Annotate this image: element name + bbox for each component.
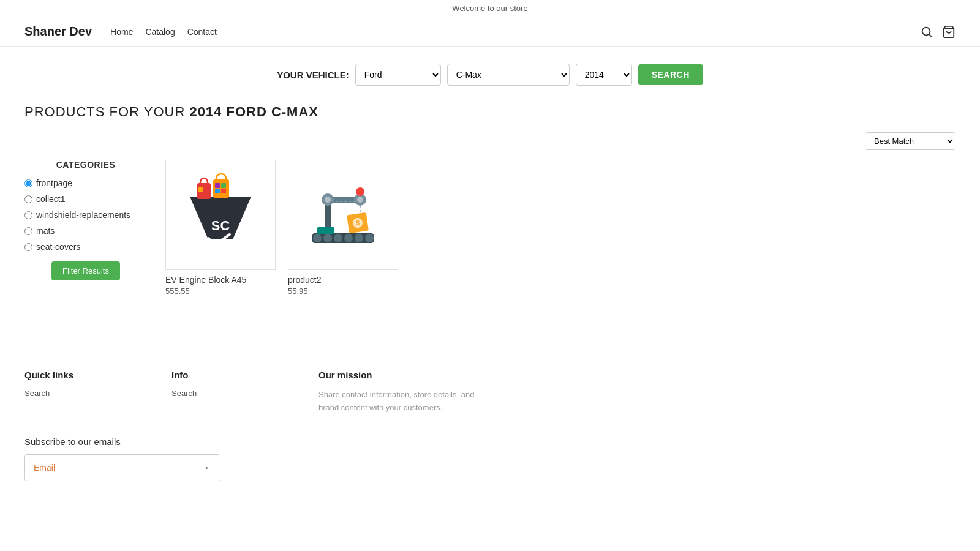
products-heading: PRODUCTS FOR YOUR 2014 FORD C-MAX: [24, 104, 956, 120]
svg-rect-7: [213, 179, 229, 198]
category-seat-covers[interactable]: seat-covers: [24, 242, 147, 252]
product-1-price: 555.55: [165, 287, 276, 296]
svg-rect-9: [221, 183, 226, 188]
search-icon[interactable]: [920, 25, 933, 39]
main-content: PRODUCTS FOR YOUR 2014 FORD C-MAX Best M…: [0, 98, 980, 320]
svg-rect-31: [317, 227, 334, 234]
heading-prefix: PRODUCTS FOR YOUR: [24, 104, 189, 119]
svg-point-15: [334, 234, 342, 242]
svg-rect-11: [221, 189, 226, 193]
footer: Quick links Search Info Search Our missi…: [0, 345, 980, 493]
svg-line-1: [929, 34, 932, 37]
nav-contact[interactable]: Contact: [187, 27, 217, 37]
footer-mission-text: Share contact information, store details…: [318, 389, 490, 414]
announcement-text: Welcome to our store: [452, 4, 527, 13]
footer-quicklinks-title: Quick links: [24, 370, 135, 380]
header-left: Shaner Dev Home Catalog Contact: [24, 24, 217, 39]
svg-point-18: [365, 234, 374, 242]
sidebar: CATEGORIES frontpage collect1 windshield…: [24, 160, 147, 280]
svg-point-22: [325, 197, 331, 203]
sort-select[interactable]: Best Match Price: Low to High Price: Hig…: [865, 132, 956, 150]
subscribe-form: →: [24, 454, 221, 481]
category-frontpage[interactable]: frontpage: [24, 178, 147, 188]
nav: Home Catalog Contact: [110, 27, 217, 37]
svg-point-24: [357, 197, 363, 203]
footer-col-info: Info Search: [172, 370, 282, 414]
footer-col-mission: Our mission Share contact information, s…: [318, 370, 490, 414]
sort-row: Best Match Price: Low to High Price: Hig…: [24, 132, 956, 150]
products-grid: SC: [165, 160, 398, 296]
categories-title: CATEGORIES: [24, 160, 147, 170]
category-windshield[interactable]: windshield-replacements: [24, 210, 147, 220]
year-select[interactable]: 2014 2015 2016 2013: [576, 64, 632, 86]
vehicle-search-button[interactable]: SEARCH: [638, 64, 703, 85]
svg-point-13: [313, 234, 322, 242]
svg-rect-8: [215, 183, 220, 188]
site-title[interactable]: Shaner Dev: [24, 24, 92, 39]
announcement-bar: Welcome to our store: [0, 0, 980, 17]
cart-icon[interactable]: [942, 25, 956, 39]
category-collect1[interactable]: collect1: [24, 194, 147, 204]
product-2-price: 55.95: [288, 287, 398, 296]
svg-rect-10: [215, 189, 220, 193]
nav-home[interactable]: Home: [110, 27, 133, 37]
vehicle-selector: YOUR VEHICLE: Ford Chevrolet Toyota Hond…: [0, 47, 980, 98]
filter-results-button[interactable]: Filter Results: [51, 261, 120, 280]
product-image-2: $: [288, 160, 398, 270]
product-card-2[interactable]: $ product2 55.95: [288, 160, 398, 296]
svg-rect-6: [198, 187, 203, 192]
footer-info-search[interactable]: Search: [172, 389, 282, 398]
heading-bold: 2014 FORD C-MAX: [189, 104, 318, 119]
product-image-1: SC: [165, 160, 276, 270]
product-1-name: EV Engine Block A45: [165, 275, 276, 285]
svg-point-17: [355, 234, 363, 242]
header-icons: [920, 25, 956, 39]
footer-quicklinks-search[interactable]: Search: [24, 389, 135, 398]
model-select[interactable]: C-Max Mustang F-150 Explorer: [447, 64, 570, 86]
svg-point-16: [344, 234, 353, 242]
products-layout: CATEGORIES frontpage collect1 windshield…: [24, 160, 956, 296]
svg-point-14: [323, 234, 332, 242]
svg-point-25: [356, 187, 364, 196]
nav-catalog[interactable]: Catalog: [145, 27, 175, 37]
svg-text:$: $: [356, 219, 360, 227]
email-input[interactable]: [25, 455, 190, 480]
subscribe-title: Subscribe to our emails: [24, 437, 956, 447]
subscribe-section: Subscribe to our emails →: [24, 437, 956, 481]
footer-columns: Quick links Search Info Search Our missi…: [24, 370, 956, 414]
vehicle-label: YOUR VEHICLE:: [277, 70, 349, 80]
header: Shaner Dev Home Catalog Contact: [0, 17, 980, 47]
footer-mission-title: Our mission: [318, 370, 490, 380]
svg-text:SC: SC: [211, 218, 230, 233]
product-2-name: product2: [288, 275, 398, 285]
footer-col-quicklinks: Quick links Search: [24, 370, 135, 414]
subscribe-arrow-button[interactable]: →: [190, 455, 220, 481]
svg-point-0: [922, 27, 930, 35]
make-select[interactable]: Ford Chevrolet Toyota Honda: [355, 64, 441, 86]
product-card[interactable]: SC: [165, 160, 276, 296]
footer-info-title: Info: [172, 370, 282, 380]
category-mats[interactable]: mats: [24, 226, 147, 236]
